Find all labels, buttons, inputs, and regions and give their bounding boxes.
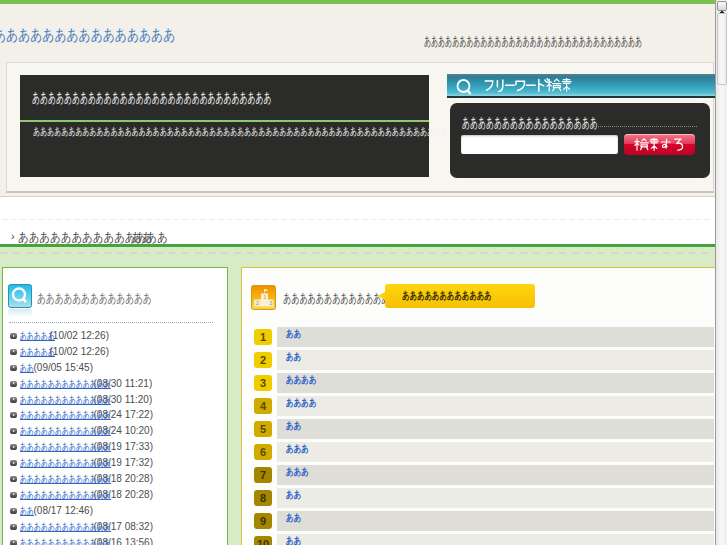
svg-text:1: 1 — [264, 294, 267, 300]
svg-text:2: 2 — [256, 300, 259, 306]
svg-text:3: 3 — [270, 300, 273, 306]
